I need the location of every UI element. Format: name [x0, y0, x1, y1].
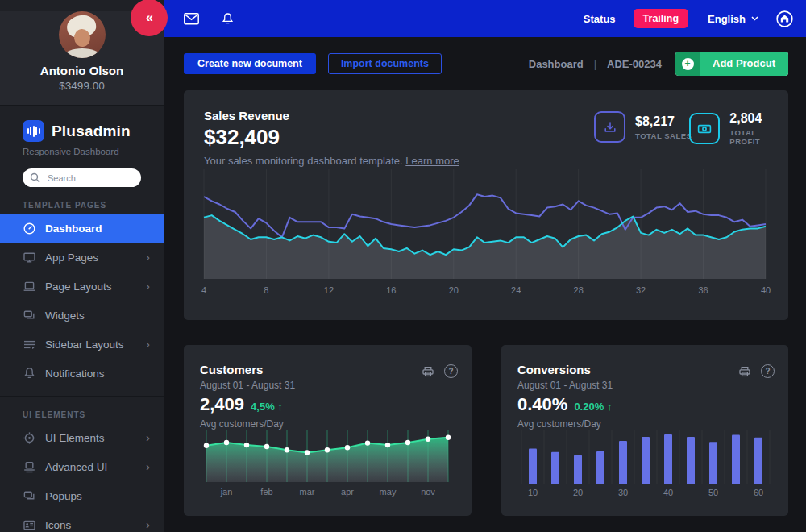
search-icon — [30, 172, 40, 183]
brand-name: Plusadmin — [52, 123, 131, 140]
import-documents-button[interactable]: Import documents — [328, 53, 442, 74]
printer-icon[interactable] — [738, 365, 751, 378]
profile-name: Antonio Olson — [0, 64, 164, 77]
sales-line-chart: 481216202428323640 — [204, 169, 766, 300]
svg-text:40: 40 — [761, 285, 771, 295]
arrow-up-icon: ↑ — [607, 401, 613, 413]
card-title: Conversions — [517, 363, 591, 376]
add-product-button[interactable]: + Add Prodcut — [675, 52, 788, 76]
svg-text:10: 10 — [528, 488, 538, 497]
chevron-right-icon: › — [146, 517, 150, 531]
popups-icon — [23, 489, 36, 503]
sidebar-search[interactable] — [23, 168, 141, 187]
mail-icon[interactable] — [184, 13, 199, 25]
notifications-icon — [23, 367, 36, 380]
avatar[interactable] — [59, 11, 106, 58]
breadcrumb-page[interactable]: Dashboard — [529, 58, 584, 70]
sidebar-item-widgets[interactable]: Widgets — [0, 301, 164, 330]
conversions-sublabel: Avg customers/Day — [517, 418, 601, 430]
customers-area-chart: janfebmaraprmaynov — [198, 429, 456, 506]
card-title: Customers — [200, 363, 263, 376]
total-profit-label: TOTAL PROFIT — [729, 128, 788, 146]
svg-text:24: 24 — [511, 285, 521, 295]
help-icon[interactable]: ? — [761, 364, 775, 378]
language-label: English — [708, 13, 746, 25]
svg-text:jan: jan — [220, 487, 233, 497]
total-sales-stat: $8,217 TOTAL SALES — [594, 111, 692, 143]
learn-more-link[interactable]: Learn more — [405, 155, 459, 167]
chevron-right-icon: › — [146, 250, 150, 264]
svg-text:36: 36 — [698, 285, 708, 295]
card-title: Sales Revenue — [204, 109, 289, 123]
customers-card: Customers August 01 - August 31 ? 2,409 … — [184, 345, 472, 516]
sales-amount: $32,409 — [204, 125, 280, 150]
sidebar-item-popups[interactable]: Popups — [0, 481, 164, 510]
sidebar-item-dashboard[interactable]: Dashboard — [0, 214, 164, 243]
arrow-up-icon: ↑ — [277, 401, 283, 413]
sidebar-collapse-button[interactable]: « — [131, 0, 168, 36]
sidebar-item-ui-elements[interactable]: UI Elements› — [0, 423, 164, 452]
sales-revenue-card: Sales Revenue $32,409 Your sales monitor… — [184, 90, 788, 320]
sidebar: Antonio Olson $3499.00 Plusadmin Respons… — [0, 0, 164, 532]
svg-text:may: may — [380, 487, 397, 497]
sidebar-layouts-icon — [23, 338, 36, 351]
svg-text:30: 30 — [618, 488, 628, 497]
plus-icon: + — [675, 52, 700, 76]
home-icon[interactable] — [776, 10, 793, 27]
breadcrumb-separator: | — [594, 58, 596, 70]
chevron-down-icon — [751, 16, 758, 21]
plusadmin-logo-icon — [23, 120, 44, 142]
status-link[interactable]: Status — [584, 13, 616, 25]
banknote-icon — [689, 113, 720, 144]
sidebar-item-label: Sidebar Layouts — [45, 339, 124, 351]
customers-value: 2,409 — [200, 394, 244, 415]
conversions-value: 0.40% — [517, 394, 567, 415]
notifications-bell-icon[interactable] — [221, 12, 235, 26]
svg-text:60: 60 — [754, 488, 763, 497]
printer-icon[interactable] — [422, 365, 434, 378]
chevron-right-icon: › — [146, 459, 150, 473]
add-product-label: Add Prodcut — [700, 52, 788, 76]
total-sales-label: TOTAL SALES — [635, 131, 692, 140]
conversions-bar-chart: 102030405060 — [516, 429, 774, 506]
sidebar-item-label: Widgets — [45, 310, 85, 322]
language-dropdown[interactable]: English — [708, 13, 758, 25]
sidebar-item-label: Advanced UI — [45, 461, 107, 473]
conversions-card: Conversions August 01 - August 31 ? 0.40… — [501, 345, 788, 516]
svg-text:8: 8 — [264, 285, 268, 295]
sidebar-lower: Plusadmin Responsive Dashboard TEMPLATE … — [0, 105, 164, 532]
help-icon[interactable]: ? — [444, 364, 458, 378]
sidebar-item-label: UI Elements — [45, 432, 105, 444]
sidebar-item-app-pages[interactable]: App Pages› — [0, 243, 164, 272]
trailing-badge[interactable]: Trailing — [634, 9, 688, 28]
svg-text:40: 40 — [663, 488, 673, 497]
create-document-button[interactable]: Create new document — [184, 53, 316, 74]
svg-text:50: 50 — [708, 488, 718, 497]
icons-icon — [23, 518, 36, 532]
collapse-icon: « — [146, 10, 152, 25]
sidebar-item-icons[interactable]: Icons› — [0, 510, 164, 532]
section-label-ui-elements: UI ELEMENTS — [23, 410, 164, 419]
svg-text:28: 28 — [574, 285, 584, 295]
document-id: ADE-00234 — [607, 58, 662, 70]
brand-tagline: Responsive Dashboard — [23, 147, 164, 156]
sidebar-item-page-layouts[interactable]: Page Layouts› — [0, 272, 164, 301]
svg-text:4: 4 — [202, 285, 206, 295]
section-label-template-pages: TEMPLATE PAGES — [23, 201, 164, 210]
sidebar-item-label: Popups — [45, 490, 82, 502]
sidebar-item-notifications[interactable]: Notifications — [0, 359, 164, 388]
svg-text:12: 12 — [324, 285, 334, 295]
brand: Plusadmin Responsive Dashboard — [0, 106, 164, 156]
date-range: August 01 - August 31 — [517, 380, 613, 391]
ui-elements-icon — [23, 431, 36, 445]
search-input[interactable] — [46, 172, 138, 184]
sidebar-item-label: Icons — [45, 519, 71, 531]
sidebar-item-advanced-ui[interactable]: Advanced UI› — [0, 452, 164, 481]
total-profit-value: 2,804 — [729, 111, 788, 126]
customers-sublabel: Avg customers/Day — [200, 418, 284, 430]
chevron-right-icon: › — [146, 337, 150, 351]
sales-subtitle: Your sales monitoring dashboard template… — [204, 155, 459, 167]
svg-text:20: 20 — [449, 285, 459, 295]
customers-delta: 4,5% ↑ — [251, 401, 283, 413]
sidebar-item-sidebar-layouts[interactable]: Sidebar Layouts› — [0, 330, 164, 359]
